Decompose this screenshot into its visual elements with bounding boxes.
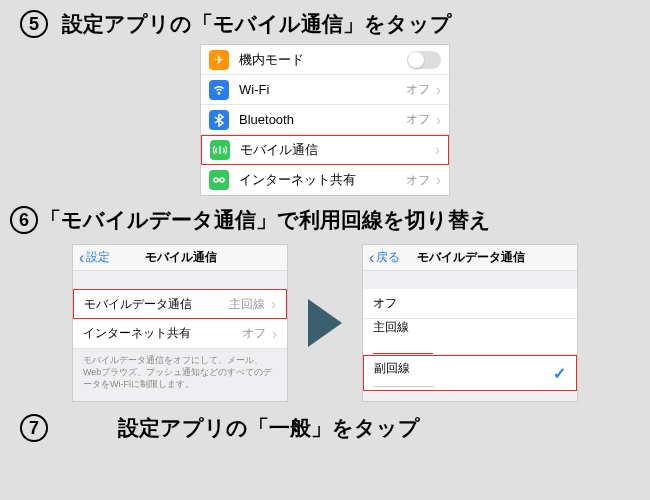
bluetooth-icon (209, 110, 229, 130)
mobile-data-selection-panel: ‹ 戻る モバイルデータ通信 オフ 主回線 副回線 ✓ (362, 244, 578, 402)
svg-point-1 (214, 178, 218, 182)
row-hotspot[interactable]: インターネット共有 オフ › (201, 165, 449, 195)
airplane-icon: ✈ (209, 50, 229, 70)
step-6-title: 「モバイルデータ通信」で利用回線を切り替え (40, 206, 491, 234)
nav-bar: ‹ 設定 モバイル通信 (73, 245, 287, 271)
nav-title: モバイル通信 (80, 249, 281, 266)
chevron-right-icon: › (436, 172, 441, 188)
cellular-settings-panel: ‹ 設定 モバイル通信 モバイルデータ通信 主回線 › インターネット共有 オフ… (72, 244, 288, 401)
arrow-right-icon (308, 299, 342, 347)
settings-panel: ✈ 機内モード Wi-Fi オフ › Bluetooth オフ › モバイル通信 (200, 44, 450, 196)
step-5-header: 5 設定アプリの「モバイル通信」をタップ (0, 0, 650, 44)
row-bluetooth[interactable]: Bluetooth オフ › (201, 105, 449, 135)
chevron-right-icon: › (271, 296, 276, 312)
svg-point-2 (220, 178, 224, 182)
row-label: Bluetooth (239, 112, 406, 127)
row-airplane-mode[interactable]: ✈ 機内モード (201, 45, 449, 75)
redacted-underline (374, 377, 434, 387)
row-value: オフ (406, 111, 430, 128)
row-value: オフ (242, 325, 266, 342)
hotspot-icon (209, 170, 229, 190)
step-5-screenshot: ✈ 機内モード Wi-Fi オフ › Bluetooth オフ › モバイル通信 (0, 44, 650, 196)
footer-note: モバイルデータ通信をオフにして、メール、Webブラウズ、プッシュ通知などのすべて… (73, 349, 287, 400)
section-gap (363, 391, 577, 401)
toggle-switch[interactable] (407, 51, 441, 69)
cellular-icon (210, 140, 230, 160)
row-value: オフ (406, 172, 430, 189)
row-value: 主回線 (229, 296, 265, 313)
nav-bar: ‹ 戻る モバイルデータ通信 (363, 245, 577, 271)
row-mobile-data[interactable]: モバイルデータ通信 主回線 › (73, 289, 287, 319)
row-label: モバイル通信 (240, 141, 435, 159)
section-gap (73, 271, 287, 289)
row-cellular[interactable]: モバイル通信 › (201, 135, 449, 165)
row-hotspot[interactable]: インターネット共有 オフ › (73, 319, 287, 349)
step-6-screenshots: ‹ 設定 モバイル通信 モバイルデータ通信 主回線 › インターネット共有 オフ… (0, 240, 650, 406)
step-7-header: 7 設定アプリの「一般」をタップ (0, 406, 650, 448)
section-gap (363, 271, 577, 289)
row-label: Wi-Fi (239, 82, 406, 97)
row-primary-line[interactable]: 主回線 (363, 319, 577, 355)
chevron-right-icon: › (272, 326, 277, 342)
wifi-icon (209, 80, 229, 100)
svg-point-0 (218, 92, 220, 94)
row-label: インターネット共有 (239, 171, 406, 189)
row-value: オフ (406, 81, 430, 98)
chevron-right-icon: › (436, 112, 441, 128)
row-label: 主回線 (373, 319, 409, 344)
checkmark-icon: ✓ (553, 364, 566, 383)
nav-title: モバイルデータ通信 (370, 249, 571, 266)
row-label: オフ (373, 295, 567, 312)
row-secondary-line[interactable]: 副回線 ✓ (363, 355, 577, 391)
step-7-title: 設定アプリの「一般」をタップ (118, 414, 420, 442)
step-6-number: 6 (10, 206, 38, 234)
step-6-header: 6 「モバイルデータ通信」で利用回線を切り替え (0, 196, 650, 240)
row-off[interactable]: オフ (363, 289, 577, 319)
chevron-right-icon: › (436, 82, 441, 98)
row-label: 機内モード (239, 51, 407, 69)
row-label: 副回線 (374, 360, 410, 377)
row-label: インターネット共有 (83, 325, 242, 342)
redacted-underline (373, 344, 433, 354)
step-5-number: 5 (20, 10, 48, 38)
step-7-number: 7 (20, 414, 48, 442)
row-wifi[interactable]: Wi-Fi オフ › (201, 75, 449, 105)
chevron-right-icon: › (435, 142, 440, 158)
row-label: モバイルデータ通信 (84, 296, 229, 313)
step-5-title: 設定アプリの「モバイル通信」をタップ (62, 10, 452, 38)
